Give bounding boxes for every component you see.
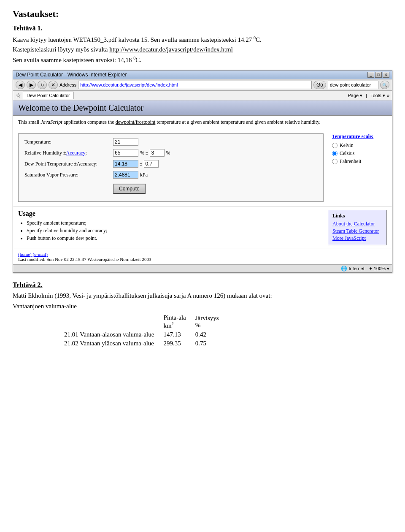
- calc-form: Temperature: Relative Humidity ±Accuracy…: [18, 133, 324, 202]
- row1-label: 21.01 Vantaan-alaosan valuma-alue: [63, 330, 162, 339]
- col2-header: Järvisyys %: [194, 313, 227, 330]
- browser-titlebar: Dew Point Calculator - Windows Internet …: [13, 71, 392, 79]
- task1-line2: Kastepistelaskuri löytyy myös sivulta ht…: [13, 46, 392, 53]
- usage-section: Usage Specify ambient temperature; Speci…: [13, 206, 392, 249]
- task1-title: Tehtävä 1.: [13, 24, 392, 32]
- forward-button[interactable]: ▶: [27, 81, 36, 89]
- refresh-button[interactable]: ↻: [38, 81, 47, 89]
- radio-fahrenheit-input[interactable]: [332, 159, 338, 164]
- humidity-row: Relative Humidity ±Accuracy: % ± %: [24, 149, 317, 157]
- page-menu[interactable]: Page ▾: [348, 93, 363, 98]
- favorites-star-icon: ☆: [16, 92, 21, 99]
- compute-row: Compute: [24, 182, 317, 194]
- radio-celsius-input[interactable]: [332, 151, 338, 156]
- task2-section: Tehtävä 2. Matti Ekholmin (1993, Vesi- j…: [13, 281, 392, 348]
- status-internet: 🌐 Internet: [341, 266, 364, 271]
- temp-label: Temperature:: [24, 139, 113, 145]
- task2-title: Tehtävä 2.: [13, 281, 392, 289]
- minimize-button[interactable]: _: [367, 72, 374, 78]
- dew-acc-input[interactable]: [144, 160, 159, 168]
- task2-line1: Matti Ekholmin (1993, Vesi- ja ympäristö…: [13, 292, 392, 299]
- accuracy-link[interactable]: Accuracy: [66, 150, 86, 156]
- usage-title: Usage: [18, 210, 321, 217]
- humidity-unit: %: [140, 150, 144, 156]
- zoom-chevron-icon: ▾: [387, 266, 389, 271]
- usage-item-1: Specify ambient temperature;: [27, 220, 321, 226]
- data-table: Pinta-ala km2 Järvisyys % 21.01 Vantaan-…: [63, 313, 227, 348]
- browser-title-text: Dew Point Calculator - Windows Internet …: [16, 72, 127, 78]
- stop-button[interactable]: ✕: [49, 81, 58, 89]
- tools-menu[interactable]: Tools ▾: [370, 93, 385, 98]
- browser-content: Welcome to the Dewpoint Calculator This …: [13, 100, 392, 264]
- task1-section: Tehtävä 1. Kaava löytyy luentojen WETA15…: [13, 24, 392, 64]
- links-box: Links About the Calculator Steam Table G…: [328, 210, 387, 245]
- page-footer: (home) (e-mail) Last modified: Sun Nov 0…: [13, 249, 392, 264]
- usage-list: Specify ambient temperature; Specify rel…: [27, 220, 321, 242]
- humidity-acc-input[interactable]: [150, 149, 165, 157]
- compute-button[interactable]: Compute: [113, 184, 146, 194]
- browser-addressbar: ◀ ▶ ↻ ✕ Address Go 🔍: [13, 79, 392, 91]
- row1-col1: 147.13: [162, 330, 194, 339]
- humidity-pm: ±: [146, 150, 148, 156]
- dew-input[interactable]: [113, 160, 138, 168]
- links-title: Links: [332, 213, 382, 219]
- restore-button[interactable]: □: [375, 72, 382, 78]
- row1-col2: 0.42: [194, 330, 227, 339]
- usage-text: Usage Specify ambient temperature; Speci…: [18, 210, 321, 245]
- radio-fahrenheit: Fahrenheit: [332, 158, 387, 165]
- vapor-label: Saturation Vapor Pressure:: [24, 172, 113, 178]
- task1-line1: Kaava löytyy luentojen WETA150_3.pdf kal…: [13, 35, 392, 43]
- steam-table-link[interactable]: Steam Table Generator: [332, 228, 382, 234]
- col-empty-header: [63, 313, 162, 330]
- humidity-acc-unit: %: [166, 150, 170, 156]
- more-javascript-link[interactable]: More JavaScript: [332, 235, 382, 242]
- back-button[interactable]: ◀: [16, 81, 25, 89]
- dewpoint-row: Dew Point Temperature ±Accuracy: ±: [24, 160, 317, 168]
- row2-col1: 299.35: [162, 339, 194, 348]
- task2-subtitle: Vantaanjoen valuma-alue: [13, 303, 392, 310]
- zoom-control[interactable]: ✦ 100% ▾: [369, 266, 389, 271]
- vapor-row: Saturation Vapor Pressure: kPa: [24, 171, 317, 179]
- status-text: Internet: [348, 266, 364, 271]
- row2-col2: 0.75: [194, 339, 227, 348]
- radio-celsius: Celsius: [332, 150, 387, 157]
- browser-window: Dew Point Calculator - Windows Internet …: [13, 70, 392, 273]
- table-row: 21.02 Vantaan yläosan valuma-alue 299.35…: [63, 339, 227, 348]
- internet-icon: 🌐: [341, 266, 347, 271]
- chevron-right-icon: »: [387, 93, 389, 98]
- zoom-text: ✦ 100%: [369, 266, 386, 271]
- dew-label: Dew Point Temperature ±Accuracy:: [24, 161, 113, 167]
- email-link[interactable]: (e-mail): [33, 252, 48, 257]
- search-go-button[interactable]: 🔍: [380, 81, 389, 89]
- vapor-unit: kPa: [140, 172, 148, 178]
- close-button[interactable]: ✕: [383, 72, 389, 78]
- temperature-row: Temperature:: [24, 138, 317, 146]
- search-input[interactable]: [328, 81, 378, 89]
- go-button[interactable]: Go: [313, 81, 326, 89]
- browser-statusbar: 🌐 Internet ✦ 100% ▾: [13, 264, 392, 272]
- temp-scale-title: Temperature scale:: [332, 133, 387, 140]
- radio-kelvin: Kelvin: [332, 142, 387, 149]
- row2-label: 21.02 Vantaan yläosan valuma-alue: [63, 339, 162, 348]
- task1-url[interactable]: http://www.decatur.de/javascript/dew/ind…: [109, 46, 233, 53]
- usage-item-2: Specify relative humidity and accuracy;: [27, 228, 321, 234]
- temp-input[interactable]: [113, 138, 138, 146]
- footer-links: (home) (e-mail): [18, 252, 387, 257]
- page-header-bar: Welcome to the Dewpoint Calculator: [13, 100, 392, 116]
- home-link[interactable]: (home): [18, 252, 32, 257]
- humidity-input[interactable]: [113, 149, 138, 157]
- address-input[interactable]: [78, 81, 312, 89]
- usage-item-3: Push button to compute dew point.: [27, 235, 321, 242]
- radio-kelvin-input[interactable]: [332, 143, 338, 148]
- page-header: Vastaukset:: [13, 8, 392, 19]
- page-intro: This small JavaScript application comput…: [13, 116, 392, 129]
- titlebar-controls: _ □ ✕: [367, 72, 389, 78]
- about-calculator-link[interactable]: About the Calculator: [332, 221, 382, 227]
- footer-modified: Last modified: Sun Nov 02 22:15:37 Weste…: [18, 257, 387, 262]
- calculator-section: Temperature: Relative Humidity ±Accuracy…: [13, 129, 392, 206]
- data-table-wrapper: Pinta-ala km2 Järvisyys % 21.01 Vantaan-…: [13, 313, 392, 348]
- temp-scale-section: Temperature scale: Kelvin Celsius Fahren…: [332, 133, 387, 202]
- task1-line3: Sen avulla saamme kastepisteen arvoksi: …: [13, 56, 392, 64]
- vapor-input[interactable]: [113, 171, 138, 179]
- dew-pm: ±: [140, 161, 143, 167]
